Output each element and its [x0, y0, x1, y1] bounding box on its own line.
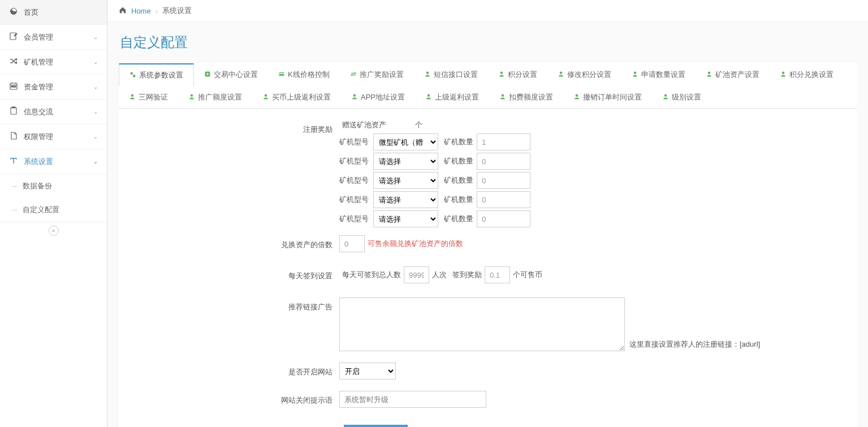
- user-icon: [498, 71, 505, 79]
- user-icon: [424, 71, 431, 79]
- sidebar-label: 资金管理: [24, 82, 93, 92]
- select-miner-2[interactable]: 请选择: [373, 172, 438, 189]
- svg-point-18: [131, 94, 134, 97]
- sidebar-item-permissions[interactable]: 权限管理 ⌄: [0, 124, 107, 149]
- tab-triple-verify[interactable]: 三网验证: [119, 85, 178, 108]
- input-close-msg[interactable]: [339, 391, 486, 408]
- hint-asset-multiple: 可售余额兑换矿池资产的倍数: [365, 239, 463, 249]
- sidebar-item-miners[interactable]: 矿机管理 ⌄: [0, 50, 107, 75]
- sidebar-label: 信息交流: [24, 107, 93, 117]
- tab-points[interactable]: 积分设置: [488, 63, 547, 85]
- input-checkin-reward[interactable]: [485, 266, 510, 283]
- tab-deduct-quota[interactable]: 扣费额度设置: [489, 85, 563, 108]
- label-register-reward: 注册奖励: [119, 120, 339, 135]
- svg-point-16: [707, 71, 710, 74]
- sidebar-label: 系统设置: [24, 157, 93, 167]
- double-chevron-left-icon: «: [49, 226, 59, 236]
- input-checkin-total[interactable]: [404, 266, 429, 283]
- user-icon: [425, 93, 432, 102]
- input-miner-qty-3[interactable]: [477, 191, 530, 208]
- svg-rect-0: [10, 33, 16, 40]
- tab-level[interactable]: 级别设置: [652, 85, 711, 108]
- input-miner-qty-2[interactable]: [477, 172, 530, 189]
- label-miner-model: 矿机型号: [339, 195, 373, 205]
- label-asset-multiple: 兑换资产的倍数: [119, 235, 339, 250]
- page-title: 自定义配置: [119, 33, 857, 51]
- tab-app-addr[interactable]: APP地址设置: [341, 85, 415, 108]
- user-icon: [351, 93, 358, 102]
- tab-buy-rebate[interactable]: 买币上级返利设置: [252, 85, 341, 108]
- tab-label: 矿池资产设置: [715, 70, 759, 80]
- tab-label: 推广奖励设置: [360, 70, 404, 80]
- breadcrumb-separator: ›: [156, 7, 158, 15]
- tab-upline-rebate[interactable]: 上级返利设置: [415, 85, 489, 108]
- chevron-down-icon: ⌄: [93, 84, 98, 90]
- chevron-down-icon: ⌄: [93, 158, 98, 165]
- tab-system-params[interactable]: 系统参数设置: [119, 63, 194, 86]
- label-miner-qty: 矿机数量: [438, 195, 477, 205]
- select-miner-3[interactable]: 请选择: [373, 191, 438, 208]
- tab-label: K线价格控制: [288, 70, 330, 80]
- tab-sms[interactable]: 短信接口设置: [414, 63, 488, 85]
- select-site-enabled[interactable]: 开启: [339, 363, 396, 379]
- tab-label: 申请数量设置: [641, 70, 685, 80]
- sidebar-item-info[interactable]: 信息交流 ⌄: [0, 100, 107, 124]
- card-icon: [278, 71, 285, 79]
- tab-label: 积分设置: [508, 70, 537, 80]
- sidebar-item-funds[interactable]: 资金管理 ⌄: [0, 75, 107, 100]
- tab-promo-reward[interactable]: 推广奖励设置: [340, 63, 414, 85]
- sidebar-item-members[interactable]: 会员管理 ⌄: [0, 25, 107, 50]
- sub-item-backup[interactable]: 数据备份: [0, 174, 107, 198]
- tab-points-exchange[interactable]: 积分兑换设置: [770, 63, 844, 85]
- input-miner-qty-4[interactable]: [477, 210, 530, 227]
- svg-rect-4: [15, 86, 16, 87]
- input-miner-qty-0[interactable]: [477, 133, 530, 150]
- select-miner-0[interactable]: 微型矿机（赠: [373, 133, 438, 150]
- tab-cancel-time[interactable]: 撤销订单时间设置: [563, 85, 652, 108]
- tab-modify-points[interactable]: 修改积分设置: [547, 63, 621, 85]
- svg-point-24: [576, 94, 578, 97]
- user-icon: [662, 93, 669, 102]
- tab-label: 积分兑换设置: [789, 70, 834, 80]
- save-button[interactable]: ✓ 保存设置: [344, 425, 408, 427]
- svg-point-22: [427, 94, 430, 97]
- sub-item-label: 数据备份: [23, 182, 52, 190]
- tab-label: 级别设置: [672, 92, 701, 102]
- sidebar-item-system[interactable]: 系统设置 ⌄: [0, 149, 107, 174]
- tab-label: APP地址设置: [361, 92, 405, 102]
- sidebar-item-home[interactable]: 首页: [0, 0, 107, 25]
- tab-kline[interactable]: K线价格控制: [268, 63, 340, 85]
- chevron-down-icon: ⌄: [93, 59, 98, 65]
- calendar-icon: [9, 81, 18, 92]
- tab-label: 三网验证: [139, 92, 168, 102]
- sidebar-label: 首页: [24, 7, 98, 18]
- tab-label: 推广额度设置: [198, 92, 242, 102]
- svg-point-17: [781, 71, 784, 74]
- sidebar-collapse-button[interactable]: «: [0, 222, 107, 239]
- label-miner-model: 矿机型号: [339, 156, 373, 166]
- unit-coin: 个可售币: [510, 270, 545, 280]
- svg-rect-2: [11, 86, 12, 87]
- chevron-down-icon: ⌄: [93, 34, 98, 40]
- dashboard-icon: [9, 7, 18, 18]
- sidebar-label: 会员管理: [24, 32, 93, 42]
- tab-apply-qty[interactable]: 申请数量设置: [621, 63, 696, 85]
- sub-item-custom[interactable]: 自定义配置: [0, 198, 107, 222]
- tab-pool-asset[interactable]: 矿池资产设置: [696, 63, 770, 85]
- user-icon: [573, 93, 580, 102]
- input-miner-qty-1[interactable]: [477, 153, 530, 170]
- select-miner-4[interactable]: 请选择: [373, 210, 438, 227]
- svg-rect-11: [279, 73, 284, 74]
- tab-label: 撤销订单时间设置: [583, 92, 642, 102]
- breadcrumb-home-link[interactable]: Home: [131, 7, 151, 15]
- tab-trade-center[interactable]: 交易中心设置: [194, 63, 268, 85]
- input-asset-multiple[interactable]: [339, 235, 365, 252]
- tab-label: 交易中心设置: [214, 70, 258, 80]
- sidebar-label: 权限管理: [24, 132, 93, 142]
- text-icon: [9, 156, 18, 167]
- text-checkin-total: 每天可签到总人数: [339, 270, 404, 280]
- select-miner-1[interactable]: 请选择: [373, 153, 438, 170]
- textarea-referral-ad[interactable]: [339, 297, 625, 351]
- svg-point-7: [131, 72, 133, 75]
- tab-promo-quota[interactable]: 推广额度设置: [178, 85, 252, 108]
